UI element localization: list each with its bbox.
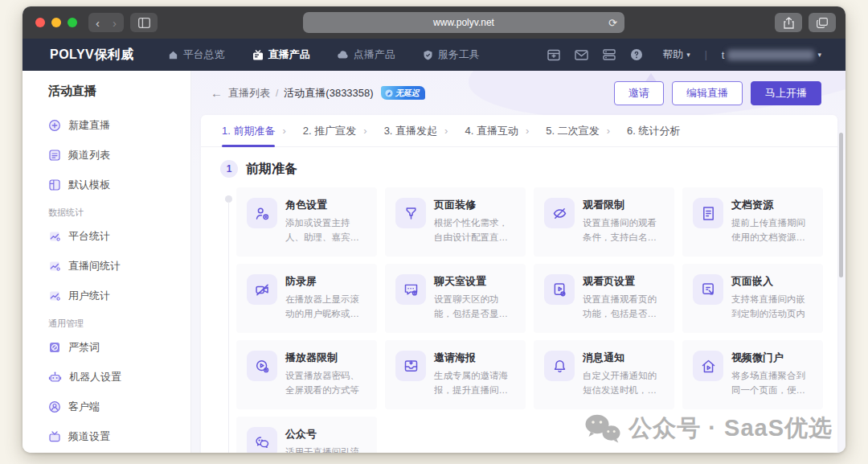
client-icon [48, 400, 61, 413]
card-desc: 在播放器上显示滚动的用户昵称或固定文字，达到防... [285, 293, 367, 322]
embed-icon [693, 274, 723, 305]
sidebar-toggle-button[interactable] [130, 13, 158, 32]
menu-item-live-products[interactable]: 直播产品 [252, 47, 310, 62]
card-message-notification[interactable]: 消息通知 自定义开播通知的短信发送时机，观众预约直播后，... [534, 340, 674, 409]
close-window-button[interactable] [35, 18, 45, 27]
console-button[interactable] [603, 49, 616, 60]
card-wechat-official[interactable]: 公众号 适用于直播间引流至公众号或客服，沉淀用户至私域... [236, 417, 377, 453]
tab-label: 3. 直播发起 [384, 115, 437, 147]
paint-icon [395, 198, 426, 228]
sidebar-item-room-stats[interactable]: 直播间统计 [48, 251, 190, 281]
sidebar-item-platform-stats[interactable]: 平台统计 [48, 221, 190, 251]
sidebar-item-footer-settings[interactable]: 页脚设置 [48, 451, 190, 453]
card-invite-poster[interactable]: 邀请海报 生成专属的邀请海报，提升直播间分享裂变的效果 [385, 340, 526, 409]
robot-icon [48, 371, 62, 384]
help-label: 帮助 [662, 47, 683, 62]
card-desc: 设置播放器密码、全屏观看的方式等 [285, 369, 367, 398]
section-title: 前期准备 [246, 161, 297, 178]
card-title: 公众号 [285, 427, 367, 441]
chart-icon [48, 260, 61, 273]
url-bar[interactable]: www.polyv.net ⟳ [303, 12, 624, 33]
browser-window: ‹ › www.polyv.net ⟳ POLYV保利威 平台总览 [23, 6, 845, 453]
invite-button[interactable]: 邀请 [614, 81, 664, 105]
card-player-restriction[interactable]: 播放器限制 设置播放器密码、全屏观看的方式等 [236, 340, 377, 409]
card-title: 消息通知 [583, 351, 665, 365]
chevron-right-icon: › [526, 125, 529, 137]
sidebar-item-label: 机器人设置 [69, 370, 121, 384]
polyv-logo[interactable]: POLYV保利威 [50, 47, 134, 64]
card-watch-page-settings[interactable]: 观看页设置 设置直播观看页的功能，包括是否允许移动端观看等 [534, 264, 674, 333]
plus-circle-icon [48, 119, 61, 132]
card-page-embed[interactable]: 页面嵌入 支持将直播间内嵌到定制的活动页内 [682, 264, 823, 333]
forward-icon[interactable]: › [108, 17, 121, 29]
player-limit-icon [247, 351, 277, 381]
scrollbar-thumb[interactable] [839, 133, 843, 277]
storage-button[interactable] [547, 49, 560, 61]
tab-promotion[interactable]: 2. 推广宣发 › [303, 115, 384, 147]
card-video-portal[interactable]: 视频微门户 将多场直播聚合到同一个页面，便于活动前期的宣发... [682, 340, 823, 409]
back-icon[interactable]: ‹ [92, 17, 104, 29]
menu-item-service-tools[interactable]: 服务工具 [423, 47, 480, 62]
content-header: ← 直播列表 / 活动直播(3833358) 无延迟 邀请 编辑直播 马上开播 [191, 71, 845, 115]
menu-item-platform-overview[interactable]: 平台总览 [168, 47, 225, 62]
card-anti-screen-record[interactable]: 防录屏 在播放器上显示滚动的用户昵称或固定文字，达到防... [236, 264, 377, 333]
sidebar-item-user-stats[interactable]: 用户统计 [48, 281, 190, 310]
server-list-icon [603, 49, 616, 60]
workflow-tabs: 1. 前期准备 › 2. 推广宣发 › 3. 直播发起 › 4. 直播互动 › [201, 115, 837, 147]
sidebar-title: 活动直播 [48, 84, 190, 99]
sidebar-item-default-template[interactable]: 默认模板 [48, 170, 190, 199]
card-chatroom-settings[interactable]: 聊天室设置 设置聊天区的功能，包括是否显示欢迎语、是否支持... [385, 264, 526, 333]
help-center-button[interactable] [630, 48, 643, 61]
sidebar-item-label: 默认模板 [68, 178, 110, 192]
tab-live-launch[interactable]: 3. 直播发起 › [384, 115, 465, 147]
zoom-window-button[interactable] [68, 18, 77, 27]
role-icon [247, 198, 277, 228]
wechat-icon [247, 427, 277, 453]
mail-icon [575, 50, 588, 60]
card-document-resources[interactable]: 文档资源 提前上传直播期间使用的文档资源，减少直播中的失... [682, 187, 823, 257]
breadcrumb-parent[interactable]: 直播列表 [228, 86, 270, 101]
sidebar-item-client[interactable]: 客户端 [48, 392, 190, 421]
menu-label: 平台总览 [183, 47, 225, 62]
chat-settings-icon [395, 274, 426, 305]
start-live-button[interactable]: 马上开播 [751, 81, 821, 105]
menu-item-vod-products[interactable]: 点播产品 [338, 47, 395, 62]
chrome-right-buttons [775, 13, 836, 32]
sidebar-item-channel-list[interactable]: 频道列表 [48, 140, 190, 170]
card-desc: 将多场直播聚合到同一个页面，便于活动前期的宣发... [731, 369, 813, 398]
tab-statistics[interactable]: 6. 统计分析 [627, 115, 680, 147]
main-menu: 平台总览 直播产品 点播产品 服务工具 [168, 47, 480, 62]
feature-card-grid: 角色设置 添加或设置主持人、助理、嘉宾的信息，以及新增助... 页面装修 根据个… [236, 187, 823, 453]
card-watch-restriction[interactable]: 观看限制 设置直播间的观看条件，支持白名单、报名观看、验... [534, 187, 674, 257]
tab-preparation[interactable]: 1. 前期准备 › [222, 115, 303, 147]
tabs-overview-button[interactable] [809, 13, 836, 32]
divider: | [705, 49, 707, 60]
rocket-icon [385, 89, 393, 97]
header-actions: 邀请 编辑直播 马上开播 [614, 81, 821, 105]
sidebar-item-banned-words[interactable]: 严禁词 [48, 332, 190, 362]
sidebar-item-robot-settings[interactable]: 机器人设置 [48, 362, 190, 392]
timeline-line [228, 202, 229, 453]
main-content: ← 直播列表 / 活动直播(3833358) 无延迟 邀请 编辑直播 马上开播 [191, 71, 845, 453]
messages-button[interactable] [575, 50, 588, 60]
menu-label: 点播产品 [354, 47, 395, 62]
back-arrow-icon[interactable]: ← [211, 86, 223, 100]
sidebar-item-label: 频道设置 [68, 429, 110, 444]
breadcrumb-separator: / [276, 88, 278, 99]
edit-live-button[interactable]: 编辑直播 [672, 81, 743, 105]
reload-icon[interactable]: ⟳ [608, 17, 617, 29]
card-title: 观看限制 [583, 198, 665, 212]
tab-live-interaction[interactable]: 4. 直播互动 › [465, 115, 546, 147]
sidebar-item-new-live[interactable]: 新建直播 [48, 110, 190, 140]
user-account-dropdown[interactable]: t ▾ [722, 49, 821, 61]
sidebar-item-channel-settings[interactable]: 频道设置 [48, 421, 190, 451]
card-page-decoration[interactable]: 页面装修 根据个性化需求，自由设计配置直播间元素，支持自... [385, 187, 526, 257]
share-button[interactable] [775, 13, 802, 32]
live-tv-icon [252, 50, 264, 60]
tab-second-promotion[interactable]: 5. 二次宣发 › [546, 115, 627, 147]
card-role-settings[interactable]: 角色设置 添加或设置主持人、助理、嘉宾的信息，以及新增助... [236, 187, 377, 257]
help-dropdown[interactable]: 帮助 ▾ [662, 47, 690, 62]
card-desc: 生成专属的邀请海报，提升直播间分享裂变的效果 [434, 369, 516, 398]
sidebar-item-label: 频道列表 [68, 148, 110, 162]
minimize-window-button[interactable] [51, 18, 61, 27]
